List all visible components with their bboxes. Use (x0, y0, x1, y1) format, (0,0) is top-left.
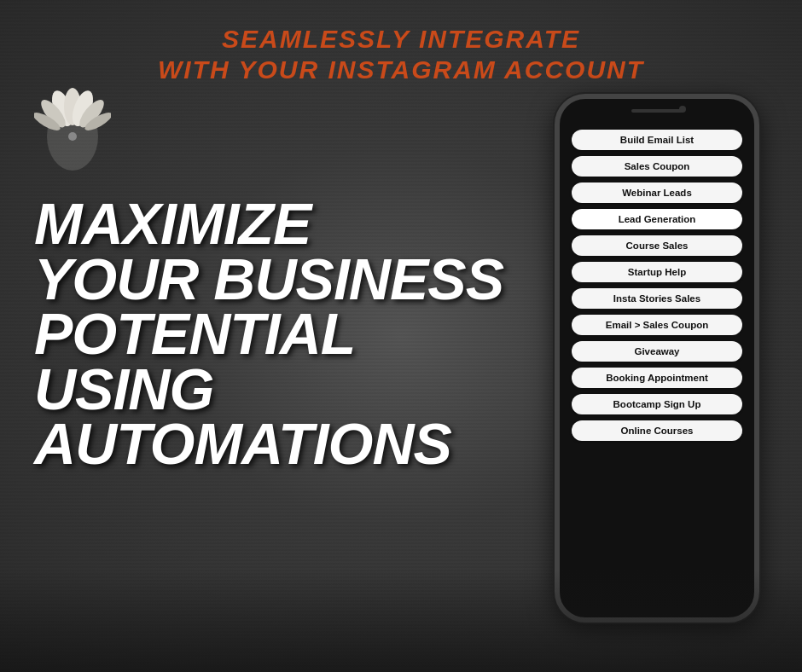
header-title: SEAMLESSLY INTEGRATE WITH YOUR INSTAGRAM… (0, 24, 802, 85)
svg-point-8 (68, 132, 77, 141)
phone-button-4[interactable]: Course Sales (572, 235, 742, 256)
header: SEAMLESSLY INTEGRATE WITH YOUR INSTAGRAM… (0, 0, 802, 94)
phone-camera (679, 106, 686, 113)
phone-button-11[interactable]: Online Courses (572, 420, 742, 441)
header-line1: SEAMLESSLY INTEGRATE (222, 25, 580, 53)
phone-button-3[interactable]: Lead Generation (572, 209, 742, 229)
hero-line5: AUTOMATIONS (34, 411, 451, 476)
phone-buttons-list: Build Email ListSales CouponWebinar Lead… (572, 130, 742, 441)
phone-button-5[interactable]: Startup Help (572, 262, 742, 282)
phone-button-0[interactable]: Build Email List (572, 130, 742, 150)
phone-button-7[interactable]: Email > Sales Coupon (572, 315, 742, 335)
phone-frame: Build Email ListSales CouponWebinar Lead… (555, 94, 759, 623)
phone-button-6[interactable]: Insta Stories Sales (572, 288, 742, 309)
phone-button-2[interactable]: Webinar Leads (572, 182, 742, 203)
phone-button-1[interactable]: Sales Coupon (572, 156, 742, 177)
decoration-flower (34, 85, 111, 188)
hero-text: MAXIMIZE YOUR BUSINESS POTENTIAL USING A… (34, 196, 538, 472)
phone-button-8[interactable]: Giveaway (572, 341, 742, 362)
bottom-area (0, 570, 802, 672)
phone-button-9[interactable]: Booking Appointment (572, 368, 742, 388)
header-line2: WITH YOUR INSTAGRAM ACCOUNT (158, 55, 644, 84)
left-side: MAXIMIZE YOUR BUSINESS POTENTIAL USING A… (26, 102, 538, 472)
right-side: Build Email ListSales CouponWebinar Lead… (538, 94, 776, 623)
hero-heading: MAXIMIZE YOUR BUSINESS POTENTIAL USING A… (34, 196, 538, 472)
phone-button-10[interactable]: Bootcamp Sign Up (572, 394, 742, 414)
phone-speaker (631, 109, 683, 113)
main-content: MAXIMIZE YOUR BUSINESS POTENTIAL USING A… (0, 102, 802, 623)
page-wrapper: SEAMLESSLY INTEGRATE WITH YOUR INSTAGRAM… (0, 0, 802, 672)
